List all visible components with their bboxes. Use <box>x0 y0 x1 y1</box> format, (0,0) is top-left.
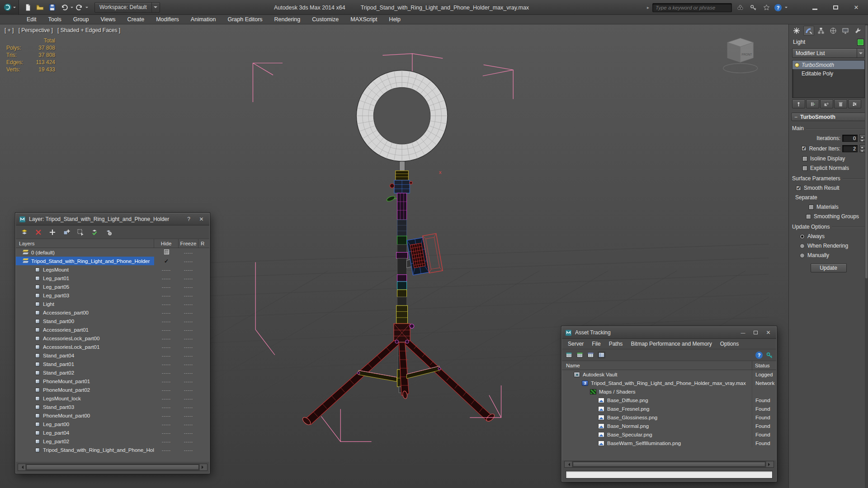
column-status[interactable]: Status <box>752 361 776 370</box>
menu-item[interactable]: Modifiers <box>150 15 185 24</box>
hide-toggle[interactable] <box>154 293 179 298</box>
layer-row[interactable]: LegsMount <box>16 265 209 274</box>
freeze-toggle[interactable] <box>179 327 198 333</box>
freeze-toggle[interactable] <box>179 413 198 418</box>
menu-item[interactable]: Rendering <box>269 15 307 24</box>
viewport-pov-menu[interactable]: [ Perspective ] <box>19 27 53 33</box>
layer-row[interactable]: AccessoriesLock_part00 <box>16 334 209 343</box>
remove-modifier-button[interactable] <box>834 99 847 108</box>
select-layer-objects-button[interactable] <box>76 228 85 236</box>
hide-toggle[interactable] <box>154 258 179 264</box>
freeze-toggle[interactable] <box>179 447 198 453</box>
hide-toggle[interactable] <box>154 447 179 453</box>
freeze-toggle[interactable] <box>179 379 198 384</box>
scroll-left-button[interactable] <box>18 464 25 470</box>
freeze-toggle[interactable] <box>179 361 198 367</box>
asset-dialog-titlebar[interactable]: Asset Tracking <box>562 327 776 339</box>
open-file-button[interactable] <box>34 1 46 13</box>
delete-layer-button[interactable] <box>34 228 43 236</box>
help-button[interactable] <box>774 4 782 11</box>
tab-hierarchy[interactable] <box>816 26 826 36</box>
layer-dialog-help-button[interactable] <box>184 216 193 222</box>
render-iters-field[interactable]: 2 <box>842 145 858 152</box>
layer-row[interactable]: Leg_part01 <box>16 274 209 282</box>
column-name[interactable]: Name <box>562 361 752 370</box>
menu-item[interactable]: MAXScript <box>344 15 383 24</box>
layer-dialog-titlebar[interactable]: Layer: Tripod_Stand_with_Ring_Light_and_… <box>16 213 209 225</box>
tab-modify[interactable] <box>803 26 814 36</box>
help-caret-icon[interactable] <box>785 7 788 9</box>
layer-row[interactable]: Leg_part02 <box>16 437 209 446</box>
freeze-toggle[interactable] <box>179 276 198 281</box>
object-color-swatch[interactable] <box>857 39 864 46</box>
configure-modifier-sets-button[interactable] <box>848 99 861 108</box>
create-layer-button[interactable] <box>20 228 29 236</box>
hide-toggle[interactable] <box>154 430 179 436</box>
modifier-visibility-icon[interactable] <box>795 70 799 76</box>
manually-radio[interactable] <box>800 253 805 258</box>
viewport-shading-menu[interactable]: [ Shaded + Edged Faces ] <box>57 27 120 33</box>
asset-row[interactable]: Autodesk Vault Logged <box>562 370 776 379</box>
when-rendering-radio[interactable] <box>800 244 805 249</box>
asset-menu-item[interactable]: Options <box>716 341 743 347</box>
hide-toggle[interactable] <box>154 336 179 341</box>
isoline-display-checkbox[interactable] <box>802 156 807 161</box>
viewport-general-menu[interactable]: [ + ] <box>5 27 14 33</box>
asset-row[interactable]: Base_Diffuse.png Found <box>562 396 776 404</box>
workspace-selector[interactable]: Workspace: Default <box>94 2 160 13</box>
search-input[interactable] <box>652 3 732 12</box>
modifier-list-dropdown[interactable]: Modifier List <box>792 48 865 58</box>
asset-row[interactable]: Base_Fresnel.png Found <box>562 404 776 413</box>
layer-row[interactable]: Leg_part03 <box>16 291 209 300</box>
modifier-stack-item[interactable]: Editable Poly <box>793 69 864 78</box>
asset-row[interactable]: Base_Glossiness.png Found <box>562 413 776 422</box>
hide-toggle[interactable] <box>154 327 179 333</box>
menu-item[interactable]: Edit <box>21 15 42 24</box>
freeze-toggle[interactable] <box>179 430 198 436</box>
search-history-icon[interactable]: ▸ <box>647 5 649 10</box>
hide-toggle[interactable] <box>154 310 179 315</box>
layer-row[interactable]: Stand_part03 <box>16 403 209 411</box>
hide-toggle[interactable] <box>154 249 179 255</box>
freeze-toggle[interactable] <box>179 404 198 410</box>
asset-menu-item[interactable]: Server <box>564 341 588 347</box>
hide-toggle[interactable] <box>154 413 179 418</box>
asset-horizontal-scrollbar[interactable] <box>564 461 774 468</box>
column-hide[interactable]: Hide <box>154 239 179 248</box>
layer-dialog-close-button[interactable] <box>197 216 206 222</box>
layer-row[interactable]: PhoneMount_part00 <box>16 411 209 420</box>
make-unique-button[interactable] <box>820 99 833 108</box>
search-button[interactable] <box>735 3 745 13</box>
rollout-turbosmooth[interactable]: TurboSmooth <box>791 113 866 121</box>
explicit-normals-checkbox[interactable] <box>802 166 807 171</box>
ring-light-model[interactable] <box>356 70 447 171</box>
scrollbar-thumb[interactable] <box>865 25 868 278</box>
add-selection-button[interactable] <box>48 228 57 236</box>
object-name[interactable]: Light <box>793 39 854 45</box>
show-end-result-button[interactable] <box>806 99 819 108</box>
modifier-stack-item[interactable]: TurboSmooth <box>793 61 864 69</box>
freeze-toggle[interactable] <box>179 439 198 444</box>
layer-row[interactable]: Leg_part04 <box>16 428 209 437</box>
scrollbar-thumb[interactable] <box>573 462 765 467</box>
close-button[interactable] <box>847 1 865 13</box>
add-to-layer-button[interactable] <box>62 228 71 236</box>
tab-utilities[interactable] <box>852 26 863 36</box>
save-file-button[interactable] <box>46 1 58 13</box>
hide-toggle[interactable] <box>154 353 179 358</box>
modifier-visibility-icon[interactable] <box>795 62 799 68</box>
column-freeze[interactable]: Freeze <box>179 239 198 248</box>
column-render[interactable]: R <box>198 239 209 248</box>
layer-row[interactable]: Stand_part02 <box>16 368 209 377</box>
hide-toggle[interactable] <box>154 422 179 427</box>
render-iters-checkbox[interactable] <box>802 146 807 151</box>
workspace-caret-icon[interactable] <box>151 3 160 12</box>
layer-row[interactable]: Stand_part04 <box>16 351 209 360</box>
layer-row[interactable]: PhoneMount_part01 <box>16 377 209 385</box>
smooth-result-checkbox[interactable] <box>796 186 801 191</box>
freeze-toggle[interactable] <box>179 284 198 290</box>
menu-item[interactable]: Group <box>67 15 95 24</box>
menu-item[interactable]: Views <box>94 15 121 24</box>
details-view-button[interactable] <box>598 352 605 358</box>
asset-row[interactable]: BaseWarm_SelfIllumination.png Found <box>562 439 776 447</box>
